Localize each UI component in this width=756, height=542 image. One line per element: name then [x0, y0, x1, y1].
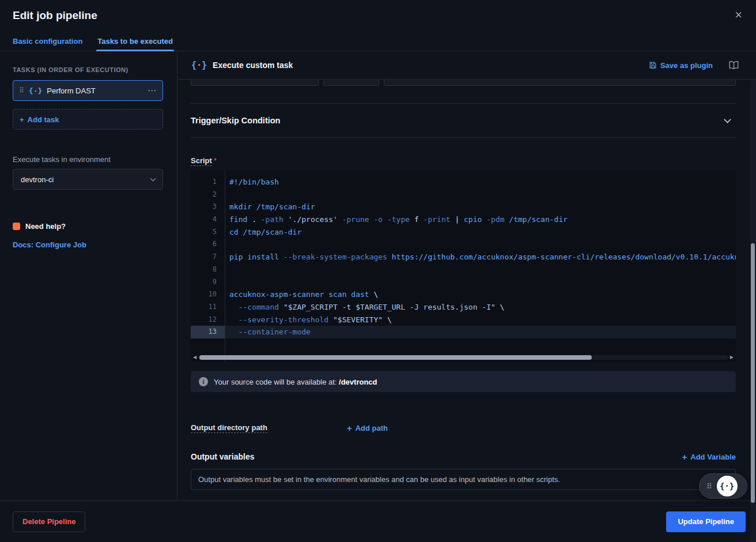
help-icon: [13, 223, 20, 230]
brace-glyph: }: [729, 481, 734, 491]
tasks-sidebar: TASKS (IN ORDER OF EXECUTION) ⠿ {·} Perf…: [0, 51, 177, 500]
script-editor[interactable]: 12345678910111213 #!/bin/bashmkdir /tmp/…: [191, 171, 736, 362]
update-pipeline-button[interactable]: Update Pipeline: [666, 511, 746, 532]
environment-select[interactable]: devtron-ci: [13, 169, 163, 190]
output-variables-row: Output variables + Add Variable: [191, 450, 736, 463]
tab-tasks-to-be-executed[interactable]: Tasks to be executed: [97, 37, 173, 51]
docs-configure-job-link[interactable]: Docs: Configure Job: [13, 240, 163, 249]
code-widget-icon[interactable]: {·}: [717, 476, 738, 496]
trigger-skip-condition-section[interactable]: Trigger/Skip Condition: [191, 103, 736, 138]
floating-code-widget[interactable]: ⠿ {·}: [699, 473, 747, 499]
scrollbar-track[interactable]: [198, 355, 728, 360]
modal-header: Edit job pipeline × Basic configuration …: [0, 0, 756, 51]
code-line[interactable]: pip install --break-system-packages http…: [225, 251, 736, 264]
line-number: 10: [191, 288, 225, 301]
editor-gutter: 12345678910111213: [191, 171, 225, 362]
source-code-path: /devtroncd: [339, 378, 377, 386]
code-line[interactable]: #!/bin/bash: [225, 176, 736, 189]
code-line[interactable]: accuknox-aspm-scanner scan dast \: [225, 288, 736, 301]
add-variable-button[interactable]: + Add Variable: [682, 453, 736, 461]
input-field-cutoff[interactable]: [323, 80, 379, 86]
plus-icon: +: [682, 453, 687, 461]
task-item-perform-dast[interactable]: ⠿ {·} Perform DAST ⋯: [13, 80, 163, 101]
input-field-cutoff[interactable]: [191, 80, 319, 86]
add-task-button[interactable]: + Add task: [13, 109, 163, 130]
output-directory-path-label: Output directory path: [191, 423, 267, 433]
line-number: 13: [191, 326, 225, 338]
code-line[interactable]: [225, 264, 736, 276]
tab-bar: Basic configuration Tasks to be executed: [13, 37, 173, 51]
line-number: 5: [191, 226, 225, 239]
line-number: 11: [191, 301, 225, 314]
scroll-left-icon[interactable]: ◀: [193, 355, 196, 360]
output-variables-label: Output variables: [191, 452, 254, 461]
tab-basic-configuration[interactable]: Basic configuration: [13, 37, 82, 51]
scrollbar-thumb[interactable]: [199, 355, 592, 360]
script-label-row: Script*: [191, 155, 736, 165]
task-detail-content: Trigger/Skip Condition Script* 123456789…: [177, 80, 756, 500]
modal-footer: Delete Pipeline Update Pipeline: [0, 500, 756, 542]
code-line[interactable]: mkdir /tmp/scan-dir: [225, 201, 736, 213]
line-number: 3: [191, 201, 225, 213]
code-line[interactable]: [225, 276, 736, 289]
brace-glyph: }: [37, 86, 42, 95]
need-help-section: Need help?: [13, 222, 163, 231]
task-type-title: Execute custom task: [213, 61, 643, 70]
editor-horizontal-scrollbar[interactable]: ◀ ▶: [191, 353, 736, 362]
plus-icon: +: [347, 424, 352, 432]
code-line[interactable]: [225, 189, 736, 201]
code-line[interactable]: cd /tmp/scan-dir: [225, 226, 736, 239]
line-number: 7: [191, 251, 225, 264]
info-icon: i: [199, 377, 208, 386]
task-name: Perform DAST: [47, 86, 143, 95]
code-lines[interactable]: #!/bin/bashmkdir /tmp/scan-dirfind . -pa…: [225, 171, 736, 362]
close-icon[interactable]: ×: [735, 9, 742, 21]
banner-text: Your source code will be available at: /…: [214, 378, 377, 386]
task-detail-panel: {·} Execute custom task Save as plugin: [177, 51, 756, 500]
drag-handle-icon[interactable]: ⠿: [19, 87, 24, 94]
line-number: 2: [191, 189, 225, 201]
edit-job-pipeline-modal: Edit job pipeline × Basic configuration …: [0, 0, 756, 51]
task-menu-icon[interactable]: ⋯: [148, 85, 157, 96]
trigger-skip-condition-label: Trigger/Skip Condition: [191, 116, 280, 125]
brace-dot-glyph: ·: [724, 481, 729, 491]
code-line[interactable]: --severity-threshold "$SEVERITY" \: [225, 314, 736, 326]
code-line[interactable]: find . -path './process' -prune -o -type…: [225, 213, 736, 226]
custom-task-icon: {·}: [29, 86, 42, 95]
plus-icon: +: [20, 115, 24, 124]
output-variables-note: Output variables must be set in the envi…: [191, 469, 736, 490]
page-scrollbar-thumb[interactable]: [751, 243, 755, 503]
need-help-label: Need help?: [25, 222, 66, 231]
custom-task-icon: {·}: [191, 60, 207, 70]
docs-book-icon[interactable]: [729, 61, 739, 69]
chevron-down-icon[interactable]: [724, 116, 731, 123]
environment-label: Execute tasks in environment: [13, 155, 163, 164]
page-title: Edit job pipeline: [13, 9, 97, 22]
input-field-cutoff[interactable]: [384, 80, 736, 86]
line-number: 12: [191, 314, 225, 326]
task-detail-header: {·} Execute custom task Save as plugin: [177, 51, 756, 80]
required-asterisk: *: [214, 156, 217, 165]
code-line[interactable]: --command "$ZAP_SCRIPT -t $TARGET_URL -J…: [225, 301, 736, 314]
line-number: 9: [191, 276, 225, 289]
line-number: 4: [191, 213, 225, 226]
add-path-button[interactable]: + Add path: [347, 424, 388, 432]
brace-glyph: {: [720, 481, 724, 491]
brace-glyph: {: [29, 86, 33, 95]
drag-handle-icon[interactable]: ⠿: [706, 483, 712, 490]
add-task-label: Add task: [28, 115, 59, 124]
brace-glyph: {: [191, 60, 196, 70]
delete-pipeline-button[interactable]: Delete Pipeline: [13, 511, 85, 532]
save-as-plugin-button[interactable]: Save as plugin: [649, 61, 713, 70]
scroll-right-icon[interactable]: ▶: [730, 355, 734, 360]
brace-dot-glyph: ·: [196, 60, 202, 70]
brace-glyph: }: [202, 60, 207, 70]
chevron-down-icon: [150, 176, 156, 182]
line-number: 6: [191, 238, 225, 251]
line-number: 8: [191, 264, 225, 276]
add-variable-label: Add Variable: [690, 453, 736, 461]
code-line[interactable]: [225, 238, 736, 251]
source-code-info-banner: i Your source code will be available at:…: [191, 371, 736, 392]
code-line[interactable]: --container-mode: [225, 326, 736, 338]
cutoff-input-row: [191, 80, 736, 86]
